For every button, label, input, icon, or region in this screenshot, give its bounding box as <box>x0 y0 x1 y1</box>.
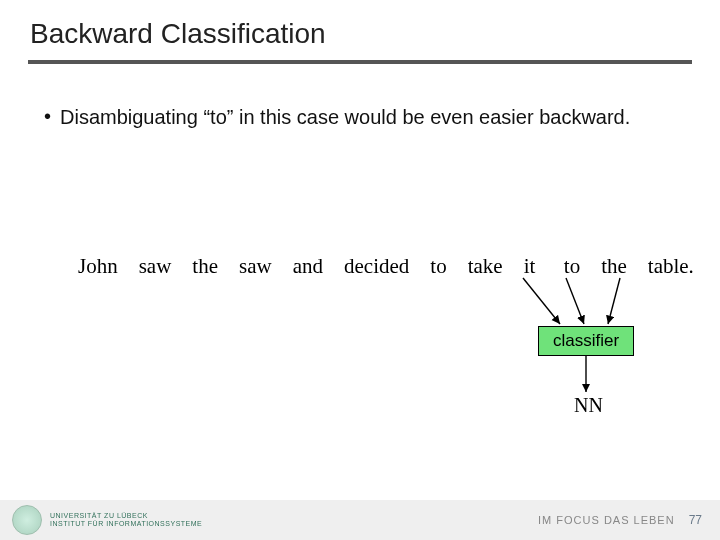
word-to2: to <box>564 254 580 279</box>
example-sentence: John saw the saw and decided to take it … <box>78 254 694 279</box>
output-tag: NN <box>574 394 603 417</box>
title-rule <box>28 60 692 64</box>
word-take: take <box>468 254 503 279</box>
bullet-item: • Disambiguating “to” in this case would… <box>44 104 664 130</box>
bullet-text: Disambiguating “to” in this case would b… <box>60 104 630 130</box>
university-line2: INSTITUT FÜR INFORMATIONSSYSTEME <box>50 520 202 528</box>
word-table: table. <box>648 254 694 279</box>
classifier-box: classifier <box>538 326 634 356</box>
footer-left: UNIVERSITÄT ZU LÜBECK INSTITUT FÜR INFOR… <box>12 505 202 535</box>
university-line1: UNIVERSITÄT ZU LÜBECK <box>50 512 202 520</box>
svg-line-2 <box>608 278 620 324</box>
svg-line-1 <box>566 278 584 324</box>
university-seal-icon <box>12 505 42 535</box>
footer: UNIVERSITÄT ZU LÜBECK INSTITUT FÜR INFOR… <box>0 500 720 540</box>
word-decided: decided <box>344 254 409 279</box>
word-to1: to <box>430 254 446 279</box>
page-number: 77 <box>689 513 702 527</box>
bullet-dot-icon: • <box>44 104 60 128</box>
footer-motto: IM FOCUS DAS LEBEN <box>538 514 675 526</box>
word-and: and <box>293 254 323 279</box>
slide-title: Backward Classification <box>30 18 326 50</box>
word-saw1: saw <box>139 254 172 279</box>
word-it: it <box>524 254 536 279</box>
footer-right: IM FOCUS DAS LEBEN 77 <box>538 513 702 527</box>
word-john: John <box>78 254 118 279</box>
word-saw2: saw <box>239 254 272 279</box>
university-name: UNIVERSITÄT ZU LÜBECK INSTITUT FÜR INFOR… <box>50 512 202 528</box>
word-the1: the <box>192 254 218 279</box>
slide: Backward Classification • Disambiguating… <box>0 0 720 540</box>
svg-line-0 <box>523 278 560 324</box>
word-the2: the <box>601 254 627 279</box>
